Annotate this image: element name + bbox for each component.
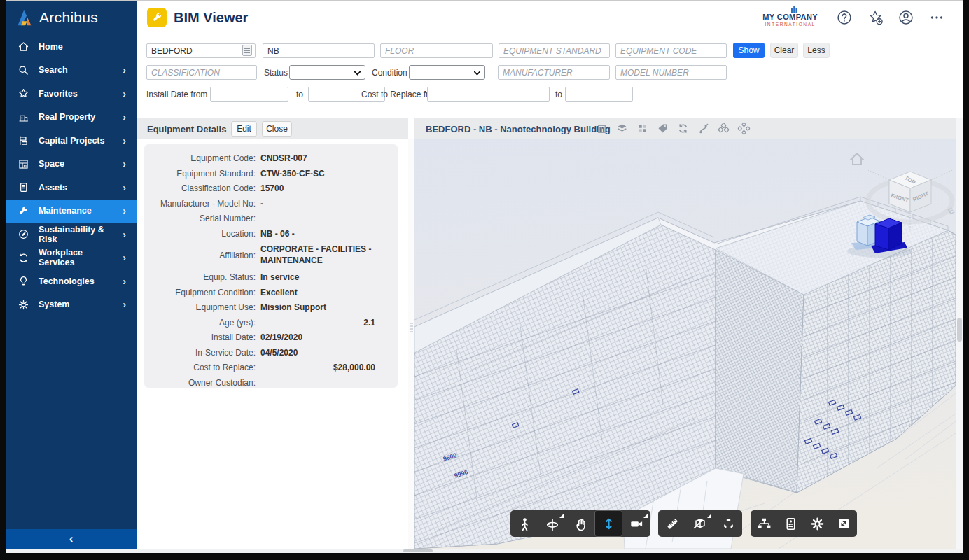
elevation-tool-active[interactable]	[594, 510, 622, 537]
sync-icon[interactable]	[676, 122, 690, 135]
sidebar-item[interactable]: Space ›	[6, 153, 137, 176]
camera-icon	[629, 516, 644, 531]
sidebar-item-icon	[18, 205, 29, 217]
chevron-right-icon: ›	[123, 182, 126, 193]
pan-tool[interactable]	[566, 510, 594, 537]
more-menu-icon[interactable]	[928, 9, 945, 26]
sidebar-item[interactable]: Workplace Services ›	[6, 246, 137, 270]
sidebar-item[interactable]: Technologies ›	[6, 270, 137, 293]
install-date-from-input[interactable]	[210, 87, 288, 102]
detail-value: CORPORATE - FACILITIES - MAINTENANCE	[260, 241, 372, 266]
model-number-input[interactable]	[615, 65, 727, 80]
detail-label: Classification Code:	[144, 181, 260, 197]
horizontal-scrollbar-thumb[interactable]	[403, 550, 433, 552]
sidebar-item[interactable]: Assets ›	[6, 176, 137, 200]
sidebar-item-label: System	[39, 300, 69, 309]
sidebar-item[interactable]: Home ›	[6, 35, 137, 59]
detail-value: $28,000.00	[260, 360, 398, 376]
less-button[interactable]: Less	[803, 43, 830, 58]
detail-label: Cost to Replace:	[144, 360, 260, 376]
sidebar-item[interactable]: Search ›	[6, 59, 137, 83]
up-down-arrow-icon	[601, 517, 616, 531]
show-button[interactable]: Show	[733, 43, 765, 58]
cost-to-input[interactable]	[565, 87, 633, 102]
sidebar-item[interactable]: Real Property ›	[6, 106, 137, 130]
chevron-down-icon	[354, 69, 361, 77]
sidebar-item-icon	[18, 275, 29, 287]
sidebar-item-icon	[18, 252, 29, 264]
sidebar-item[interactable]: System ›	[6, 293, 137, 317]
classification-input[interactable]	[146, 65, 257, 80]
edit-button[interactable]: Edit	[231, 121, 257, 136]
view-cube[interactable]: TOP FRONT RIGHT	[889, 172, 931, 212]
horizontal-scrollbar[interactable]	[6, 549, 963, 553]
archibus-logo[interactable]: Archibus	[15, 8, 98, 27]
measure-tool[interactable]	[658, 510, 686, 537]
vertical-scrollbar-thumb[interactable]	[957, 318, 962, 342]
piping-icon[interactable]	[737, 122, 751, 135]
model-browser-tool[interactable]	[751, 510, 777, 537]
equipment-code-input[interactable]	[615, 43, 727, 58]
components-icon[interactable]	[636, 122, 649, 135]
building-icon[interactable]	[595, 122, 608, 135]
layers-icon[interactable]	[615, 122, 629, 135]
sidebar-collapse-button[interactable]: ‹	[6, 529, 137, 549]
detail-row: Equipment Condition: Excellent	[144, 286, 398, 301]
flyout-indicator	[707, 514, 711, 518]
select-value-icon[interactable]	[242, 45, 252, 56]
sidebar-item-label: Search	[39, 65, 68, 75]
sidebar-item-label: Favorites	[39, 89, 78, 99]
detail-row: Equipment Use: Mission Support	[144, 300, 398, 316]
sidebar-item-icon	[18, 88, 29, 99]
equipment-standard-input[interactable]	[499, 43, 610, 58]
settings-tool[interactable]	[804, 510, 830, 537]
building-code-input[interactable]	[263, 43, 375, 58]
status-select[interactable]	[289, 65, 365, 80]
detail-row: Serial Number:	[144, 211, 398, 227]
cost-from-input[interactable]	[427, 87, 550, 102]
account-icon[interactable]	[898, 9, 914, 26]
sidebar-item[interactable]: Sustainability & Risk ›	[6, 223, 137, 246]
bim-3d-canvas[interactable]: E TOP FRONT RIGHT	[414, 139, 956, 549]
first-person-walk-tool[interactable]	[510, 510, 538, 537]
section-cube-icon	[692, 516, 708, 531]
ductwork-icon[interactable]	[717, 122, 730, 135]
equipment-details-card: Equipment Code: CNDSR-007 Equipment Stan…	[144, 144, 398, 388]
building-input[interactable]	[146, 43, 256, 58]
close-button[interactable]: Close	[262, 121, 292, 136]
equipment-details-header: Equipment Details Edit Close	[137, 118, 408, 139]
condition-select[interactable]	[409, 65, 485, 80]
panel-splitter[interactable]	[408, 139, 414, 549]
detail-value: -	[260, 197, 263, 212]
sidebar-item[interactable]: Capital Projects ›	[6, 129, 137, 153]
sidebar-item[interactable]: Maintenance ›	[6, 200, 137, 223]
detail-value: Excellent	[260, 286, 298, 301]
camera-tool[interactable]	[622, 510, 650, 537]
detail-value: CTW-350-CF-SC	[260, 167, 325, 182]
fullscreen-tool[interactable]	[830, 510, 857, 537]
tags-icon[interactable]	[656, 122, 669, 135]
sidebar-item[interactable]: Favorites ›	[6, 82, 137, 106]
floor-input[interactable]	[380, 43, 493, 58]
section-tool[interactable]	[686, 510, 714, 537]
explode-tool[interactable]	[714, 510, 742, 537]
vertical-scrollbar[interactable]	[956, 118, 963, 549]
orbit-tool[interactable]	[538, 510, 566, 537]
bim-model-scene: E TOP FRONT RIGHT	[414, 139, 956, 549]
properties-tool[interactable]	[777, 510, 804, 537]
detail-value: In service	[260, 270, 299, 286]
favorite-add-icon[interactable]	[867, 9, 884, 26]
detail-label: Location:	[144, 227, 260, 242]
app-window: Archibus Home › Search › Favorites ›	[6, 0, 963, 552]
equipment-tower-selected[interactable]	[871, 218, 907, 253]
help-icon[interactable]	[836, 9, 853, 26]
detail-label: Owner Custodian:	[144, 376, 260, 391]
page-title: BIM Viewer	[174, 10, 248, 26]
manufacturer-input[interactable]	[498, 65, 610, 80]
sidebar-item-icon	[18, 181, 29, 193]
systems-route-icon[interactable]	[697, 122, 710, 135]
detail-value: CNDSR-007	[260, 151, 307, 167]
sidebar-item-label: Workplace Services	[39, 248, 113, 267]
bim-viewer-badge	[147, 8, 167, 27]
clear-button[interactable]: Clear	[770, 43, 798, 58]
